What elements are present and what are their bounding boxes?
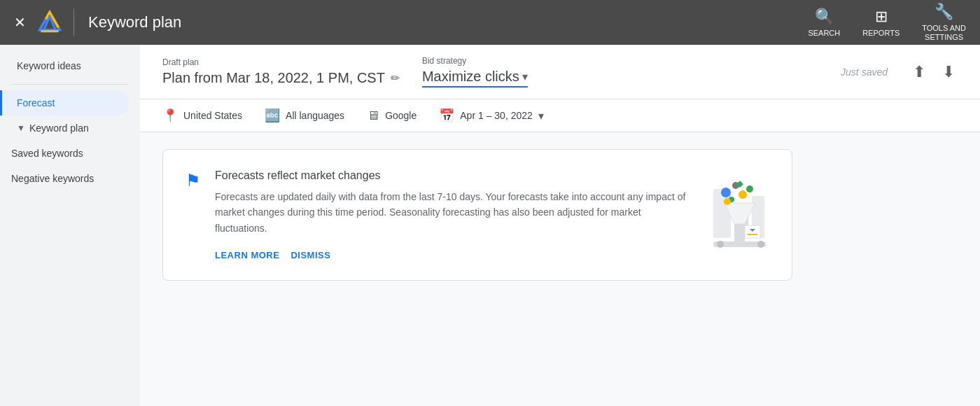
chevron-down-icon: ▾: [538, 109, 544, 122]
network-filter[interactable]: 🖥 Google: [367, 108, 416, 123]
top-bar: ✕ Keyword plan 🔍 SEARCH ⊞ REPORTS 🔧 TOOL…: [0, 0, 980, 45]
bid-strategy-text: Maximize clicks: [422, 69, 519, 85]
svg-point-12: [757, 241, 764, 248]
date-range-value: Apr 1 – 30, 2022: [460, 110, 533, 121]
sidebar-divider-1: [11, 84, 129, 85]
bid-strategy-section: Bid strategy Maximize clicks ▾: [422, 56, 528, 88]
sidebar-item-saved-keywords[interactable]: Saved keywords: [0, 141, 129, 166]
tools-nav-button[interactable]: 🔧 TOOLS ANDSETTINGS: [922, 3, 966, 42]
notice-illustration: [643, 161, 769, 259]
download-button[interactable]: ⬇: [939, 60, 958, 84]
notice-area: ⚑ Forecasts reflect market changes Forec…: [140, 132, 980, 406]
learn-more-button[interactable]: LEARN MORE: [215, 250, 279, 260]
language-value: All languages: [286, 110, 344, 121]
tools-nav-label: TOOLS ANDSETTINGS: [922, 24, 966, 42]
sidebar-item-forecast[interactable]: Forecast: [0, 90, 129, 115]
filters-bar: 📍 United States 🔤 All languages 🖥 Google…: [140, 99, 980, 132]
draft-plan-label: Draft plan: [162, 57, 400, 67]
search-nav-button[interactable]: 🔍 SEARCH: [808, 8, 840, 37]
language-icon: 🔤: [265, 108, 280, 123]
svg-point-20: [746, 186, 753, 192]
notice-body: Forecasts are updated daily with data fr…: [215, 189, 691, 236]
svg-point-22: [724, 198, 731, 205]
sidebar-item-label: Keyword ideas: [17, 60, 81, 71]
language-filter[interactable]: 🔤 All languages: [265, 108, 344, 123]
page-title: Keyword plan: [88, 13, 808, 31]
date-range-filter[interactable]: 📅 Apr 1 – 30, 2022 ▾: [439, 108, 544, 123]
search-nav-label: SEARCH: [808, 29, 840, 37]
share-button[interactable]: ⬆: [910, 60, 928, 84]
top-bar-actions: 🔍 SEARCH ⊞ REPORTS 🔧 TOOLS ANDSETTINGS: [808, 3, 966, 42]
plan-name-text: Plan from Mar 18, 2022, 1 PM, CST: [162, 70, 385, 86]
sidebar-item-keyword-ideas[interactable]: Keyword ideas: [0, 53, 129, 78]
dismiss-button[interactable]: DISMISS: [290, 250, 330, 260]
plan-name-value: Plan from Mar 18, 2022, 1 PM, CST ✏: [162, 70, 400, 86]
svg-point-16: [721, 188, 731, 197]
content-area: Draft plan Plan from Mar 18, 2022, 1 PM,…: [140, 45, 980, 406]
main-layout: Keyword ideas Forecast ▼ Keyword plan Sa…: [0, 45, 980, 406]
close-button[interactable]: ✕: [14, 14, 26, 31]
bid-strategy-dropdown[interactable]: Maximize clicks ▾: [422, 69, 528, 88]
header-divider: [74, 8, 74, 36]
svg-point-18: [738, 190, 747, 199]
notice-card: ⚑ Forecasts reflect market changes Forec…: [162, 149, 792, 281]
plan-header: Draft plan Plan from Mar 18, 2022, 1 PM,…: [140, 45, 980, 99]
sidebar-item-label: Saved keywords: [11, 148, 83, 159]
chevron-down-icon: ▾: [522, 70, 528, 83]
svg-point-11: [717, 241, 724, 248]
plan-header-actions: ⬆ ⬇: [910, 60, 958, 84]
reports-icon: ⊞: [875, 8, 888, 26]
location-icon: 📍: [162, 108, 178, 123]
location-filter[interactable]: 📍 United States: [162, 108, 242, 123]
sidebar-item-keyword-plan[interactable]: ▼ Keyword plan: [0, 115, 129, 141]
bid-strategy-label: Bid strategy: [422, 56, 528, 66]
reports-nav-label: REPORTS: [862, 29, 899, 37]
tools-icon: 🔧: [934, 3, 953, 21]
sidebar-item-label: Keyword plan: [29, 122, 89, 134]
location-value: United States: [183, 110, 242, 121]
search-icon: 🔍: [815, 8, 834, 26]
sidebar-item-label: Forecast: [17, 97, 55, 108]
draft-plan-section: Draft plan Plan from Mar 18, 2022, 1 PM,…: [162, 57, 400, 86]
calendar-icon: 📅: [439, 108, 454, 123]
sidebar-item-label: Negative keywords: [11, 173, 94, 184]
reports-nav-button[interactable]: ⊞ REPORTS: [862, 8, 899, 37]
just-saved-status: Just saved: [841, 66, 888, 78]
network-icon: 🖥: [367, 108, 379, 123]
google-ads-logo: [37, 10, 62, 35]
sidebar-item-negative-keywords[interactable]: Negative keywords: [0, 166, 129, 191]
sidebar: Keyword ideas Forecast ▼ Keyword plan Sa…: [0, 45, 140, 406]
flag-icon: ⚑: [186, 171, 201, 190]
chevron-down-icon: ▼: [17, 123, 25, 133]
network-value: Google: [385, 110, 416, 121]
edit-plan-name-icon[interactable]: ✏: [391, 71, 400, 85]
